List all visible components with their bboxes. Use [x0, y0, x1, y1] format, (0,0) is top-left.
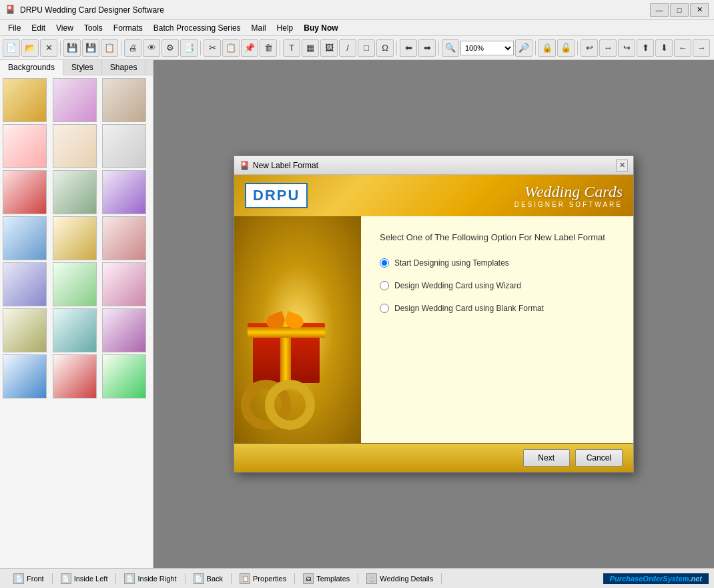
menu-formats[interactable]: Formats — [108, 22, 148, 34]
save-button[interactable]: 💾 — [63, 39, 81, 57]
canvas-area: 🎴 New Label Format ✕ DRPU Wedding Cards … — [153, 60, 714, 568]
dialog-image-area — [234, 216, 361, 443]
line-tool[interactable]: / — [339, 39, 356, 57]
label-blank[interactable]: Design Wedding Card using Blank Format — [394, 304, 544, 313]
menu-batch-processing[interactable]: Batch Processing Series — [148, 22, 246, 34]
menu-tools[interactable]: Tools — [79, 22, 108, 34]
label-wizard[interactable]: Design Wedding Card using Wizard — [394, 281, 521, 290]
radio-blank[interactable] — [380, 304, 389, 313]
front-icon: 📄 — [13, 573, 24, 584]
list-item[interactable] — [53, 170, 97, 214]
list-item[interactable] — [102, 170, 146, 214]
tab-styles[interactable]: Styles — [63, 60, 102, 75]
tab-shapes[interactable]: Shapes — [102, 60, 146, 75]
minimize-button[interactable]: — — [650, 3, 669, 17]
tab-backgrounds[interactable]: Backgrounds — [0, 60, 63, 75]
inside-right-icon: 📄 — [124, 573, 135, 584]
move-right-button[interactable]: → — [693, 39, 710, 57]
close-doc-button[interactable]: ✕ — [40, 39, 57, 57]
list-item[interactable] — [3, 262, 47, 306]
list-item[interactable] — [53, 308, 97, 352]
dialog-icon: 🎴 — [240, 161, 249, 170]
status-inside-right[interactable]: 📄 Inside Right — [116, 573, 185, 584]
next-button[interactable]: Next — [523, 449, 570, 467]
list-item[interactable] — [102, 262, 146, 306]
panel-scroll[interactable] — [0, 75, 153, 568]
delete-button[interactable]: 🗑 — [260, 39, 277, 57]
option-wizard[interactable]: Design Wedding Card using Wizard — [380, 281, 615, 290]
zoom-out-btn[interactable]: 🔍 — [442, 39, 459, 57]
print-button[interactable]: 🖨 — [124, 39, 141, 57]
paste-button[interactable]: 📌 — [241, 39, 258, 57]
brand-name: Wedding Cards — [514, 183, 623, 201]
list-item[interactable] — [3, 216, 47, 260]
open-button[interactable]: 📂 — [21, 39, 39, 57]
menu-view[interactable]: View — [51, 22, 79, 34]
new-button[interactable]: 📄 — [3, 39, 20, 57]
zoom-in-btn[interactable]: 🔎 — [515, 39, 532, 57]
menu-file[interactable]: File — [3, 22, 26, 34]
list-item[interactable] — [53, 354, 97, 398]
copy-button[interactable]: 📋 — [222, 39, 240, 57]
save-as-button[interactable]: 📋 — [101, 39, 118, 57]
cancel-button[interactable]: Cancel — [575, 449, 623, 467]
flip-h-button[interactable]: ↔ — [599, 39, 617, 57]
radio-templates[interactable] — [380, 258, 389, 268]
list-item[interactable] — [3, 124, 47, 168]
list-item[interactable] — [53, 216, 97, 260]
list-item[interactable] — [3, 170, 47, 214]
purchase-badge[interactable]: PurchaseOrderSystem.net — [603, 573, 709, 584]
list-item[interactable] — [102, 308, 146, 352]
cut-button[interactable]: ✂ — [204, 39, 221, 57]
status-front[interactable]: 📄 Front — [5, 573, 53, 584]
barcode-tool[interactable]: ▦ — [302, 39, 319, 57]
lock-button[interactable]: 🔒 — [539, 39, 556, 57]
menu-mail[interactable]: Mail — [246, 22, 272, 34]
move-up-button[interactable]: ⬆ — [637, 39, 654, 57]
list-item[interactable] — [3, 308, 47, 352]
status-wedding-details[interactable]: 💍 Wedding Details — [358, 573, 442, 584]
list-item[interactable] — [53, 78, 97, 122]
option-blank[interactable]: Design Wedding Card using Blank Format — [380, 304, 615, 313]
dialog-close-button[interactable]: ✕ — [616, 160, 628, 172]
zoom-select[interactable]: 100% 25% 50% 75% 150% 200% — [460, 41, 514, 55]
print-setup-button[interactable]: ⚙ — [161, 39, 179, 57]
radio-wizard[interactable] — [380, 281, 389, 290]
option-templates[interactable]: Start Designing using Templates — [380, 258, 615, 268]
list-item[interactable] — [102, 78, 146, 122]
toolbar-separator-1 — [60, 41, 61, 55]
shape-tool[interactable]: □ — [358, 39, 375, 57]
align-right[interactable]: ➡ — [418, 39, 436, 57]
text-tool[interactable]: T — [283, 39, 300, 57]
status-properties[interactable]: 📋 Properties — [232, 573, 295, 584]
list-item[interactable] — [102, 216, 146, 260]
status-back[interactable]: 📄 Back — [186, 573, 232, 584]
symbol-tool[interactable]: Ω — [376, 39, 394, 57]
redo-button[interactable]: ↪ — [618, 39, 635, 57]
move-left-button[interactable]: ← — [674, 39, 691, 57]
save-all-button[interactable]: 💾 — [82, 39, 99, 57]
unlock-button[interactable]: 🔓 — [557, 39, 575, 57]
move-down-button[interactable]: ⬇ — [655, 39, 673, 57]
close-button[interactable]: ✕ — [690, 3, 709, 17]
menu-help[interactable]: Help — [272, 22, 299, 34]
image-tool[interactable]: 🖼 — [320, 39, 338, 57]
menu-buy-now[interactable]: Buy Now — [298, 22, 343, 34]
batch-print-button[interactable]: 📑 — [180, 39, 198, 57]
list-item[interactable] — [53, 262, 97, 306]
menu-edit[interactable]: Edit — [26, 22, 51, 34]
status-inside-left[interactable]: 📄 Inside Left — [53, 573, 117, 584]
status-templates[interactable]: 🗂 Templates — [295, 573, 358, 584]
list-item[interactable] — [102, 354, 146, 398]
list-item[interactable] — [53, 124, 97, 168]
dialog-body: Select One of The Following Option For N… — [234, 216, 633, 443]
align-left[interactable]: ⬅ — [400, 39, 417, 57]
list-item[interactable] — [102, 124, 146, 168]
undo-button[interactable]: ↩ — [581, 39, 598, 57]
brand-area: Wedding Cards DESIGNER SOFTWARE — [514, 183, 623, 208]
maximize-button[interactable]: □ — [670, 3, 689, 17]
print-preview-button[interactable]: 👁 — [143, 39, 160, 57]
list-item[interactable] — [3, 354, 47, 398]
label-templates[interactable]: Start Designing using Templates — [394, 258, 509, 268]
list-item[interactable] — [3, 78, 47, 122]
